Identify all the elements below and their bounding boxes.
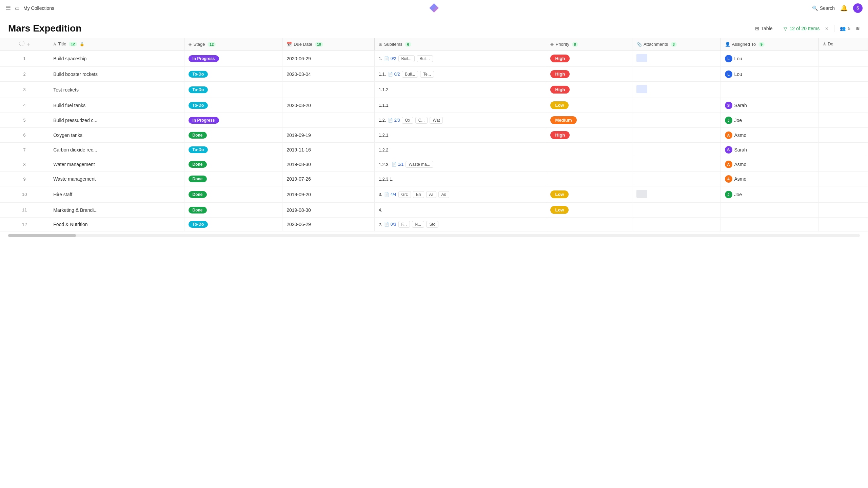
col-duedate-header[interactable]: 📅Due Date 10 [282,38,375,50]
col-assignedto-header[interactable]: 👤Assigned To 9 [721,38,819,50]
row-subitems[interactable]: 1.2.📄 2/3OxC...Wat [374,113,546,128]
assignee-avatar: L [725,70,732,78]
row-attachments[interactable] [632,172,721,186]
row-stage[interactable]: To-Do [184,218,282,231]
attachments-col-icon: 📎 [636,42,642,47]
row-title[interactable]: Build pressurized c... [49,113,184,128]
row-stage[interactable]: To-Do [184,82,282,98]
notifications-icon[interactable]: 🔔 [840,4,848,12]
row-subitems[interactable]: 1.1.📄 0/2Buil...Te... [374,67,546,82]
subitem-chip[interactable]: Ox [402,117,413,124]
filter-items[interactable]: ▽ 12 of 20 Items [784,26,820,31]
subitem-chip[interactable]: Grc [398,191,411,198]
col-title-header[interactable]: 𝐀Title 12 🔒 [49,38,184,50]
row-title[interactable]: Food & Nutrition [49,218,184,231]
subitem-chip[interactable]: C... [415,117,428,124]
row-attachments[interactable] [632,98,721,113]
row-subitems[interactable]: 3.📄 4/4GrcEnArAs [374,186,546,203]
row-subitems[interactable]: 1.1.1. [374,98,546,113]
row-attachments[interactable] [632,218,721,231]
subitem-chip[interactable]: Buil... [402,71,418,78]
col-priority-header[interactable]: ◈Priority 8 [546,38,632,50]
subitem-doc[interactable]: 📄 4/4 [384,192,396,197]
subitem-chip[interactable]: Ar [426,191,436,198]
subitem-chip[interactable]: Sto [426,221,438,228]
collections-label[interactable]: My Collections [23,5,54,11]
row-subitems[interactable]: 2.📄 0/3F...N...Sto [374,218,546,231]
scrollbar-thumb[interactable] [8,234,76,237]
row-title[interactable]: Waste management [49,172,184,186]
horizontal-scrollbar[interactable] [8,234,860,237]
members-button[interactable]: 👥 5 [840,26,850,31]
subitem-chip[interactable]: Buil... [398,55,415,62]
subitem-chip[interactable]: En [413,191,424,198]
row-stage[interactable]: In Progress [184,50,282,67]
row-title[interactable]: Water management [49,157,184,172]
row-stage[interactable]: Done [184,157,282,172]
row-attachments[interactable] [632,113,721,128]
row-assignedto [721,82,819,98]
row-duedate [282,113,375,128]
row-title[interactable]: Oxygen tanks [49,128,184,143]
row-title[interactable]: Hire staff [49,186,184,203]
activity-button[interactable]: ≋ [856,26,860,31]
subitem-chip[interactable]: Buil... [417,55,433,62]
col-stage-header[interactable]: ◈Stage 12 [184,38,282,50]
row-subitems[interactable]: 1.2.3.1. [374,172,546,186]
subitem-doc[interactable]: 📄 0/2 [384,56,396,61]
row-stage[interactable]: Done [184,172,282,186]
clear-filter-icon[interactable]: ✕ [825,26,829,31]
row-subitems[interactable]: 1.2.2. [374,143,546,157]
row-attachments[interactable] [632,186,721,203]
subitem-chip[interactable]: F... [398,221,410,228]
select-all-checkbox[interactable] [19,41,24,46]
row-stage[interactable]: To-Do [184,98,282,113]
row-title[interactable]: Carbon dioxide rec... [49,143,184,157]
row-stage[interactable]: Done [184,203,282,218]
row-stage[interactable]: In Progress [184,113,282,128]
row-title[interactable]: Build fuel tanks [49,98,184,113]
row-attachments[interactable] [632,50,721,67]
row-attachments[interactable] [632,82,721,98]
row-stage[interactable]: To-Do [184,143,282,157]
subitem-chip[interactable]: As [438,191,449,198]
row-attachments[interactable] [632,143,721,157]
row-attachments[interactable] [632,203,721,218]
menu-icon[interactable]: ☰ [5,4,11,12]
row-title[interactable]: Marketing & Brandi... [49,203,184,218]
subitem-doc[interactable]: 📄 0/3 [384,222,396,227]
row-subitems[interactable]: 1.2.3.📄 1/1Waste ma... [374,157,546,172]
row-stage[interactable]: Done [184,186,282,203]
row-attachments[interactable] [632,128,721,143]
col-subitems-header[interactable]: ⊞Subitems 6 [374,38,546,50]
user-avatar[interactable]: S [853,3,863,13]
col-de-header[interactable]: 𝐀De [819,38,868,50]
subitem-chip[interactable]: Te... [420,71,434,78]
row-title[interactable]: Build booster rockets [49,67,184,82]
subitem-doc[interactable]: 📄 1/1 [392,162,403,167]
subitem-doc[interactable]: 📄 0/2 [388,72,400,77]
row-title[interactable]: Test rockets [49,82,184,98]
row-attachments[interactable] [632,157,721,172]
table-view-button[interactable]: ⊞ Table [755,26,772,31]
row-subitems[interactable]: 1.2.1. [374,128,546,143]
subitem-chip[interactable]: Wat [430,117,443,124]
row-stage[interactable]: To-Do [184,67,282,82]
row-stage[interactable]: Done [184,128,282,143]
col-attachments-header[interactable]: 📎Attachments 3 [632,38,721,50]
add-column-button[interactable]: + [27,41,30,47]
row-title[interactable]: Build spaceship [49,50,184,67]
row-duedate: 2020-03-04 [282,67,375,82]
row-subitems[interactable]: 4. [374,203,546,218]
row-subitems[interactable]: 1.📄 0/2Buil...Buil... [374,50,546,67]
assignee-name: Lou [734,72,742,77]
priority-col-count: 8 [572,42,578,47]
subitem-number: 1.1.1. [379,103,390,108]
subitem-chip[interactable]: Waste ma... [406,161,433,168]
view-label: Table [761,26,772,31]
subitem-chip[interactable]: N... [412,221,425,228]
subitem-doc[interactable]: 📄 2/3 [388,118,400,123]
search-button[interactable]: 🔍 Search [812,5,835,11]
row-subitems[interactable]: 1.1.2. [374,82,546,98]
row-attachments[interactable] [632,67,721,82]
